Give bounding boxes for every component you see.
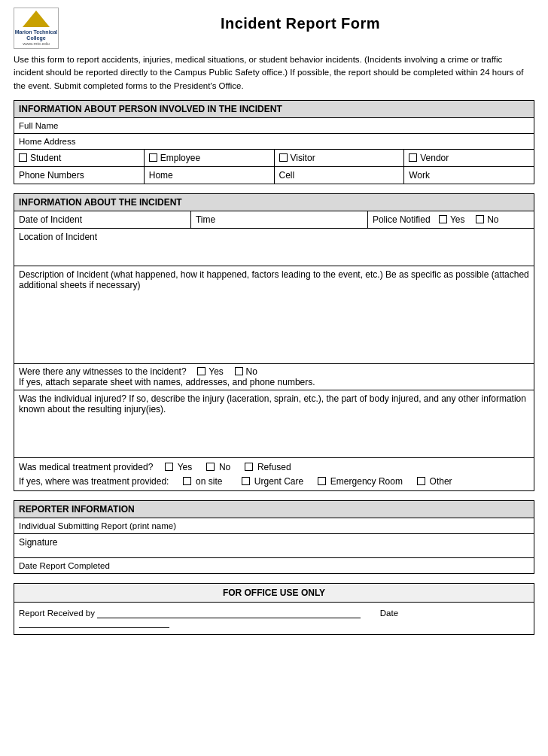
other-checkbox[interactable] <box>417 477 425 485</box>
medical-no-checkbox[interactable] <box>206 463 215 471</box>
section3-header: REPORTER INFORMATION <box>14 500 534 518</box>
work-label: Work <box>404 166 534 184</box>
description-label: Description of Incident (what happened, … <box>19 269 529 290</box>
logo-url: www.mtc.edu <box>23 41 50 46</box>
home-address-row: Home Address <box>14 133 534 149</box>
section1-table: Full Name Home Address Student Employee … <box>14 117 534 184</box>
student-checkbox[interactable] <box>19 153 27 162</box>
police-group: Police Notified Yes No <box>373 214 529 225</box>
emergency-room-label: Emergency Room <box>330 476 403 487</box>
urgent-care-label: Urgent Care <box>254 476 303 487</box>
full-name-label: Full Name <box>14 117 534 133</box>
witnesses-yes-label: Yes <box>209 366 224 377</box>
employee-checkbox[interactable] <box>149 153 157 162</box>
witnesses-label: Were there any witnesses to the incident… <box>19 366 187 377</box>
visitor-checkbox[interactable] <box>279 153 288 162</box>
time-cell: Time <box>190 211 367 228</box>
medical-label: Was medical treatment provided? <box>19 462 153 472</box>
time-label: Time <box>196 214 215 225</box>
witnesses-cell: Were there any witnesses to the incident… <box>14 363 534 390</box>
employee-checkbox-group: Employee <box>149 153 269 163</box>
date-completed-row: Date Report Completed <box>14 557 534 573</box>
logo-box: Marion Technical College www.mtc.edu <box>14 8 59 49</box>
student-checkbox-group: Student <box>19 153 139 163</box>
employee-label: Employee <box>160 153 200 163</box>
other-label: Other <box>430 476 452 487</box>
vendor-checkbox-group: Vendor <box>409 153 529 163</box>
medical-refused-label: Refused <box>257 462 291 472</box>
urgent-care-checkbox[interactable] <box>242 477 250 485</box>
injury-cell: Was the individual injured? If so, descr… <box>14 390 534 457</box>
logo-area: Marion Technical College www.mtc.edu <box>14 8 66 49</box>
medical-row: Was medical treatment provided? Yes No R… <box>14 457 534 490</box>
witnesses-no-checkbox[interactable] <box>235 367 243 375</box>
home-label: Home <box>144 166 274 184</box>
intro-text: Use this form to report accidents, injur… <box>14 53 534 93</box>
title-area: Incident Report Form <box>66 8 534 32</box>
emergency-room-checkbox[interactable] <box>318 477 326 485</box>
visitor-checkbox-group: Visitor <box>279 153 400 163</box>
location-label: Location of Incident <box>19 232 97 242</box>
report-received-field[interactable] <box>97 609 361 618</box>
vendor-cell: Vendor <box>404 149 534 166</box>
medical-group: Was medical treatment provided? Yes No R… <box>19 462 529 472</box>
witnesses-sub: If yes, attach separate sheet with names… <box>19 377 529 387</box>
individual-cell: Individual Submitting Report (print name… <box>14 518 534 533</box>
student-cell: Student <box>14 149 145 166</box>
police-no-label: No <box>487 214 498 225</box>
section2-table: Date of Incident Time Police Notified Ye… <box>14 211 534 491</box>
home-address-label: Home Address <box>14 133 534 149</box>
injury-label: Was the individual injured? If so, descr… <box>19 393 526 414</box>
logo-triangle-icon <box>23 11 50 27</box>
witnesses-no-label: No <box>246 366 257 377</box>
page-title: Incident Report Form <box>66 15 534 32</box>
page-header: Marion Technical College www.mtc.edu Inc… <box>14 8 534 49</box>
medical-yes-checkbox[interactable] <box>165 463 173 471</box>
office-body: Report Received by Date <box>14 603 534 634</box>
police-label: Police Notified <box>373 214 431 225</box>
medical-yes-label: Yes <box>178 462 193 472</box>
medical-no-label: No <box>219 462 230 472</box>
injury-row: Was the individual injured? If so, descr… <box>14 390 534 457</box>
date-time-row: Date of Incident Time Police Notified Ye… <box>14 211 534 228</box>
student-label: Student <box>30 153 61 163</box>
date-field[interactable] <box>19 618 169 628</box>
police-yes-label: Yes <box>450 214 465 225</box>
section1-header: INFORMATION ABOUT PERSON INVOLVED IN THE… <box>14 100 534 117</box>
witnesses-group: Were there any witnesses to the incident… <box>19 366 529 377</box>
treatment-group: If yes, where was treatment provided: on… <box>19 476 529 487</box>
date-completed-cell: Date Report Completed <box>14 557 534 573</box>
logo-name: Marion Technical College <box>14 29 58 42</box>
date-label: Date <box>380 609 398 618</box>
police-no-checkbox[interactable] <box>476 215 484 223</box>
office-box: FOR OFFICE USE ONLY Report Received by D… <box>14 583 534 635</box>
type-row: Student Employee Visitor Vendor <box>14 149 534 166</box>
phone-label: Phone Numbers <box>14 166 145 184</box>
location-cell: Location of Incident <box>14 228 534 266</box>
vendor-checkbox[interactable] <box>409 153 417 162</box>
on-site-label: on site <box>196 476 222 487</box>
description-cell: Description of Incident (what happened, … <box>14 266 534 363</box>
individual-row: Individual Submitting Report (print name… <box>14 518 534 533</box>
report-received-label: Report Received by <box>19 609 95 618</box>
visitor-cell: Visitor <box>274 149 404 166</box>
employee-cell: Employee <box>144 149 274 166</box>
witnesses-yes-checkbox[interactable] <box>197 367 206 375</box>
signature-row: Signature <box>14 533 534 557</box>
visitor-label: Visitor <box>291 153 315 163</box>
date-label: Date of Incident <box>19 214 82 225</box>
full-name-row: Full Name <box>14 117 534 133</box>
police-cell: Police Notified Yes No <box>367 211 534 228</box>
office-header: FOR OFFICE USE ONLY <box>14 584 534 603</box>
cell-label: Cell <box>274 166 404 184</box>
phone-row: Phone Numbers Home Cell Work <box>14 166 534 184</box>
section3-table: Individual Submitting Report (print name… <box>14 518 534 574</box>
treatment-label: If yes, where was treatment provided: <box>19 476 169 487</box>
medical-cell: Was medical treatment provided? Yes No R… <box>14 457 534 490</box>
location-row: Location of Incident <box>14 228 534 266</box>
vendor-label: Vendor <box>420 153 449 163</box>
police-yes-checkbox[interactable] <box>439 215 447 223</box>
witnesses-row: Were there any witnesses to the incident… <box>14 363 534 390</box>
on-site-checkbox[interactable] <box>183 477 191 485</box>
medical-refused-checkbox[interactable] <box>245 463 253 471</box>
